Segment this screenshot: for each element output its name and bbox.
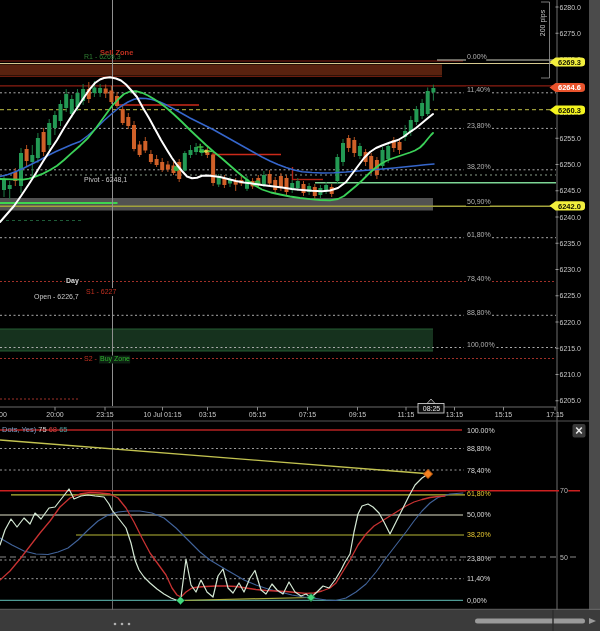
svg-text:61,80%: 61,80%	[467, 490, 491, 497]
svg-text:23,80%: 23,80%	[467, 122, 491, 129]
svg-text:6210.0: 6210.0	[560, 371, 582, 378]
svg-text:Pivot - 6248,1: Pivot - 6248,1	[84, 176, 127, 183]
svg-text:6264.6: 6264.6	[558, 83, 581, 92]
svg-text:6230.0: 6230.0	[560, 266, 582, 273]
svg-text:05:15: 05:15	[249, 411, 267, 418]
svg-text:61,80%: 61,80%	[467, 231, 491, 238]
svg-text:38,20%: 38,20%	[467, 531, 491, 538]
svg-text:200 pips: 200 pips	[539, 9, 547, 36]
svg-text:38,20%: 38,20%	[467, 163, 491, 170]
svg-text:6225.0: 6225.0	[560, 292, 582, 299]
svg-text:6235.0: 6235.0	[560, 240, 582, 247]
svg-text:13:15: 13:15	[446, 411, 464, 418]
svg-text:07:15: 07:15	[299, 411, 317, 418]
svg-text:11,40%: 11,40%	[467, 575, 490, 582]
svg-text:R1 - 6269,3: R1 - 6269,3	[84, 53, 121, 60]
svg-text:6255.0: 6255.0	[560, 135, 582, 142]
svg-text:78,40%: 78,40%	[467, 467, 491, 474]
svg-text:6269.3: 6269.3	[558, 58, 581, 67]
svg-text::00: :00	[0, 411, 7, 418]
svg-text:6220.0: 6220.0	[560, 319, 582, 326]
svg-text:6240.0: 6240.0	[560, 214, 582, 221]
svg-text:88,80%: 88,80%	[467, 309, 491, 316]
svg-text:Dots, Yes) 75 68 65: Dots, Yes) 75 68 65	[2, 425, 67, 434]
svg-text:50,00%: 50,00%	[467, 511, 491, 518]
svg-text:50: 50	[560, 554, 568, 561]
svg-text:23,80%: 23,80%	[467, 555, 491, 562]
svg-text:17:15: 17:15	[546, 411, 564, 418]
svg-text:Open - 6226,7: Open - 6226,7	[34, 293, 79, 301]
svg-text:100,00%: 100,00%	[467, 341, 495, 348]
svg-text:6245.0: 6245.0	[560, 187, 582, 194]
svg-text:09:15: 09:15	[349, 411, 367, 418]
svg-text:6215.0: 6215.0	[560, 345, 582, 352]
svg-text:23:15: 23:15	[96, 411, 114, 418]
svg-text:Buy Zone: Buy Zone	[100, 355, 130, 363]
svg-text:100.00%: 100.00%	[467, 427, 495, 434]
svg-text:50,90%: 50,90%	[467, 198, 491, 205]
svg-text:S2 -: S2 -	[84, 355, 98, 362]
svg-text:11:15: 11:15	[398, 411, 415, 418]
svg-text:0,00%: 0,00%	[467, 597, 487, 604]
svg-text:6250.0: 6250.0	[560, 161, 582, 168]
svg-text:70: 70	[560, 487, 568, 494]
svg-text:20:00: 20:00	[46, 411, 64, 418]
svg-text:88,80%: 88,80%	[467, 445, 491, 452]
svg-text:6280.0: 6280.0	[560, 4, 582, 11]
svg-text:11,40%: 11,40%	[467, 86, 490, 93]
svg-text:6242.0: 6242.0	[558, 202, 581, 211]
svg-text:15:15: 15:15	[495, 411, 513, 418]
svg-text:6205.0: 6205.0	[560, 397, 582, 404]
svg-text:10 Jul 01:15: 10 Jul 01:15	[143, 411, 181, 418]
svg-text:08:25: 08:25	[423, 405, 441, 412]
svg-text:03:15: 03:15	[199, 411, 217, 418]
svg-text:6260.3: 6260.3	[558, 106, 581, 115]
svg-text:Day: Day	[66, 277, 79, 285]
svg-text:S1 - 6227: S1 - 6227	[86, 288, 116, 295]
svg-text:6275.0: 6275.0	[560, 30, 582, 37]
svg-text:0.00%: 0.00%	[467, 53, 487, 60]
svg-text:78,40%: 78,40%	[467, 275, 491, 282]
